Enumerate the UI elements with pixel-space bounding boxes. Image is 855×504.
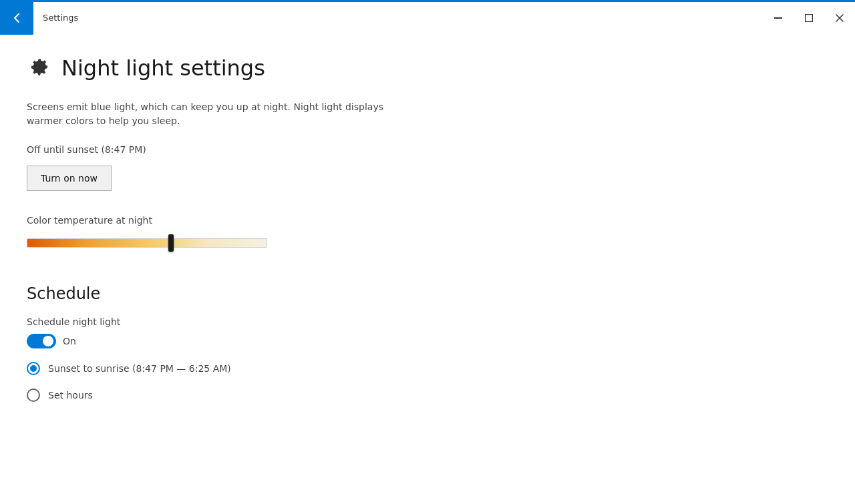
back-button[interactable]	[0, 1, 33, 35]
titlebar: Settings	[0, 0, 855, 33]
set-hours-radio[interactable]	[27, 389, 40, 402]
page-description: Screens emit blue light, which can keep …	[27, 100, 414, 128]
color-temperature-slider[interactable]	[27, 234, 267, 252]
sunset-sunrise-radio[interactable]	[27, 362, 40, 375]
schedule-toggle-label: Schedule night light	[27, 316, 828, 327]
svg-rect-0	[774, 17, 782, 19]
turn-on-button[interactable]: Turn on now	[27, 166, 112, 191]
app-title: Settings	[33, 13, 763, 23]
close-button[interactable]	[824, 1, 855, 35]
window-controls	[763, 1, 855, 35]
page-title: Night light settings	[61, 55, 265, 81]
maximize-button[interactable]	[794, 1, 824, 35]
sunset-sunrise-option[interactable]: Sunset to sunrise (8:47 PM — 6:25 AM)	[27, 362, 828, 375]
page-header: Night light settings	[27, 55, 828, 81]
gear-icon	[27, 55, 51, 81]
minimize-button[interactable]	[763, 1, 794, 35]
slider-label: Color temperature at night	[27, 215, 828, 226]
schedule-heading: Schedule	[27, 284, 828, 303]
main-content: Night light settings Screens emit blue l…	[0, 33, 855, 504]
svg-rect-1	[806, 14, 813, 21]
status-text: Off until sunset (8:47 PM)	[27, 144, 828, 155]
set-hours-option[interactable]: Set hours	[27, 389, 828, 402]
sunset-sunrise-label: Sunset to sunrise (8:47 PM — 6:25 AM)	[48, 363, 231, 374]
schedule-toggle[interactable]	[27, 334, 56, 348]
schedule-toggle-row: On	[27, 334, 828, 348]
toggle-state-label: On	[63, 336, 76, 346]
set-hours-label: Set hours	[48, 390, 93, 401]
